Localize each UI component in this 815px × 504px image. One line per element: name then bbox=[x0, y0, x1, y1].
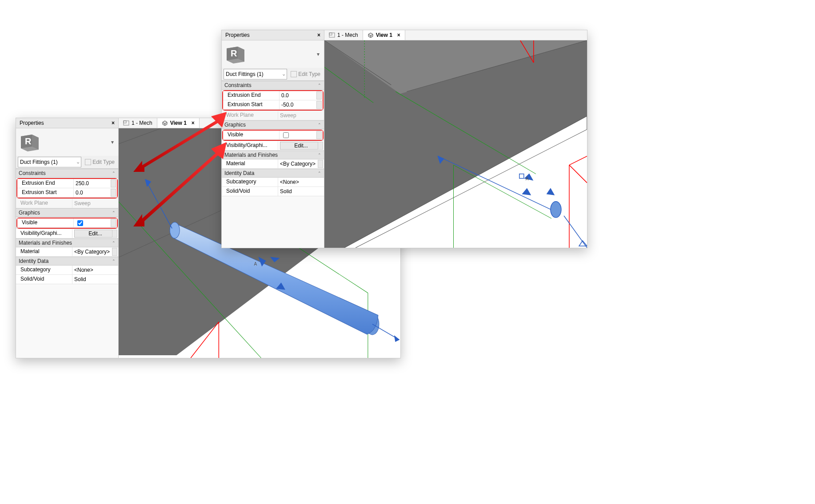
svg-text:R: R bbox=[231, 48, 237, 58]
associate-button[interactable] bbox=[111, 219, 116, 227]
svg-text:R: R bbox=[25, 136, 32, 146]
collapse-icon: ⌃ bbox=[112, 210, 116, 215]
input-extrusion-start[interactable] bbox=[281, 102, 321, 108]
edit-type-icon bbox=[85, 159, 91, 165]
highlight-visible-right: Visible bbox=[222, 130, 324, 141]
tab-view1[interactable]: View 1 × bbox=[363, 30, 405, 40]
edit-type-icon bbox=[291, 71, 297, 77]
cube-icon bbox=[368, 32, 374, 38]
svg-rect-40 bbox=[519, 174, 524, 179]
svg-rect-2 bbox=[124, 121, 126, 123]
annotation-arrow-bottom bbox=[133, 142, 227, 226]
associate-button[interactable] bbox=[318, 160, 323, 168]
floorplan-icon bbox=[123, 120, 129, 126]
edit-type-button[interactable]: Edit Type bbox=[289, 71, 322, 77]
associate-button[interactable] bbox=[316, 101, 322, 109]
tab-bar-right: 1 - Mech View 1 × bbox=[324, 30, 587, 40]
edit-visibility-button[interactable]: Edit... bbox=[74, 230, 116, 238]
dropdown-icon[interactable]: ▾ bbox=[315, 49, 321, 59]
svg-text:A: A bbox=[254, 262, 257, 266]
row-work-plane: Work Plane Sweep bbox=[222, 111, 324, 120]
associate-button[interactable] bbox=[111, 179, 116, 187]
svg-marker-12 bbox=[395, 336, 399, 341]
dropdown-icon[interactable]: ▾ bbox=[109, 137, 116, 147]
properties-panel-left: Properties × R ▾ Duct Fittings (1) ⌵ bbox=[16, 118, 119, 358]
type-selector-label: Duct Fittings (1) bbox=[20, 159, 58, 165]
svg-line-24 bbox=[453, 165, 551, 218]
edit-type-button[interactable]: Edit Type bbox=[83, 159, 116, 165]
edit-type-label: Edit Type bbox=[298, 71, 320, 77]
group-materials[interactable]: Materials and Finishes ⌃ bbox=[16, 238, 118, 247]
window-right: Properties × R ▾ Duct Fittings (1) ⌵ bbox=[221, 30, 587, 248]
input-extrusion-end[interactable] bbox=[76, 180, 115, 187]
svg-text:A: A bbox=[526, 176, 529, 181]
type-preview-row: R ▾ bbox=[16, 128, 118, 156]
svg-line-34 bbox=[564, 216, 587, 248]
row-subcategory: Subcategory <None> bbox=[16, 266, 118, 275]
properties-header: Properties × bbox=[16, 118, 118, 128]
row-solid-void: Solid/Void Solid bbox=[16, 275, 118, 284]
checkbox-visible[interactable] bbox=[283, 132, 289, 138]
row-visible: Visible bbox=[17, 218, 117, 228]
chevron-down-icon: ⌵ bbox=[77, 160, 79, 164]
properties-header: Properties × bbox=[222, 30, 324, 40]
floorplan-icon bbox=[329, 32, 335, 38]
highlight-visible-left: Visible bbox=[16, 218, 118, 229]
group-identity[interactable]: Identity Data ⌃ bbox=[16, 257, 118, 266]
row-material: Material <By Category> bbox=[16, 247, 118, 257]
group-identity[interactable]: Identity Data ⌃ bbox=[222, 169, 324, 178]
row-visible: Visible bbox=[223, 131, 323, 140]
svg-rect-21 bbox=[329, 33, 332, 35]
properties-title: Properties bbox=[225, 32, 250, 38]
associate-button[interactable] bbox=[112, 248, 117, 256]
collapse-icon: ⌃ bbox=[112, 241, 116, 245]
row-visibility-graphics: Visibility/Graphi... Edit... bbox=[16, 229, 118, 238]
collapse-icon: ⌃ bbox=[318, 153, 321, 157]
group-graphics[interactable]: Graphics ⌃ bbox=[16, 208, 118, 217]
revit-logo-icon: R bbox=[19, 131, 41, 153]
close-icon[interactable]: × bbox=[112, 120, 115, 126]
row-extrusion-end: Extrusion End bbox=[223, 91, 323, 100]
collapse-icon: ⌃ bbox=[112, 259, 116, 263]
type-selector-row: Duct Fittings (1) ⌵ Edit Type bbox=[16, 156, 118, 169]
close-icon[interactable]: × bbox=[397, 32, 400, 38]
type-selector-row: Duct Fittings (1) ⌵ Edit Type bbox=[222, 68, 324, 81]
highlight-extrusion-right: Extrusion End Extrusion Start bbox=[222, 90, 324, 111]
close-icon[interactable]: × bbox=[317, 32, 320, 38]
checkbox-visible[interactable] bbox=[77, 220, 83, 226]
viewport-area-right: 1 - Mech View 1 × bbox=[324, 30, 587, 248]
type-selector[interactable]: Duct Fittings (1) ⌵ bbox=[224, 69, 287, 79]
svg-marker-39 bbox=[547, 189, 554, 195]
group-constraints[interactable]: Constraints ⌃ bbox=[16, 169, 118, 178]
type-selector[interactable]: Duct Fittings (1) ⌵ bbox=[18, 157, 81, 167]
group-graphics[interactable]: Graphics ⌃ bbox=[222, 120, 324, 129]
associate-button[interactable] bbox=[318, 142, 323, 150]
row-extrusion-start: Extrusion Start bbox=[223, 100, 323, 110]
svg-marker-43 bbox=[133, 142, 227, 226]
group-materials[interactable]: Materials and Finishes ⌃ bbox=[222, 151, 324, 159]
group-constraints[interactable]: Constraints ⌃ bbox=[222, 81, 324, 90]
svg-point-33 bbox=[551, 202, 561, 218]
input-extrusion-end[interactable] bbox=[281, 92, 321, 99]
collapse-icon: ⌃ bbox=[318, 123, 321, 127]
input-extrusion-start[interactable] bbox=[76, 190, 115, 196]
row-work-plane: Work Plane Sweep bbox=[16, 199, 118, 208]
row-extrusion-end: Extrusion End bbox=[17, 179, 117, 188]
edit-type-label: Edit Type bbox=[92, 159, 115, 165]
type-preview-row: R ▾ bbox=[222, 40, 324, 68]
chevron-down-icon: ⌵ bbox=[283, 72, 285, 76]
edit-visibility-button[interactable]: Edit... bbox=[280, 142, 322, 150]
svg-line-29 bbox=[569, 156, 587, 165]
row-material: Material <By Category> bbox=[222, 159, 324, 169]
properties-panel-right: Properties × R ▾ Duct Fittings (1) ⌵ bbox=[222, 30, 324, 248]
type-selector-label: Duct Fittings (1) bbox=[226, 71, 264, 77]
svg-marker-38 bbox=[523, 189, 531, 195]
associate-button[interactable] bbox=[111, 189, 116, 197]
associate-button[interactable] bbox=[316, 131, 322, 139]
row-solid-void: Solid/Void Solid bbox=[222, 187, 324, 196]
tab-mech[interactable]: 1 - Mech bbox=[324, 30, 363, 40]
viewport-right[interactable]: A bbox=[324, 40, 587, 248]
row-subcategory: Subcategory <None> bbox=[222, 178, 324, 187]
associate-button[interactable] bbox=[316, 91, 322, 99]
associate-button[interactable] bbox=[112, 230, 117, 238]
